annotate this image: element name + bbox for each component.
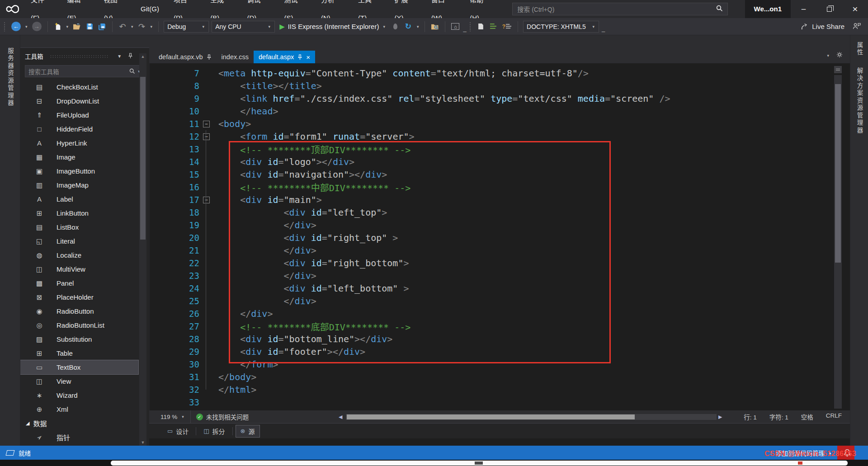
eol-indicator[interactable]: CRLF bbox=[826, 412, 842, 421]
horizontal-scrollbar-thumb[interactable] bbox=[347, 414, 635, 419]
toolbox-search-input[interactable]: 搜索工具箱 ▾ bbox=[25, 65, 145, 77]
find-in-files-button[interactable] bbox=[430, 21, 440, 33]
hot-reload-button[interactable] bbox=[391, 21, 401, 33]
code-line[interactable]: 10 </head> bbox=[150, 105, 850, 118]
back-dropdown-chevron-icon[interactable]: ▾ bbox=[24, 24, 28, 29]
toolbox-item[interactable]: ◱Literal bbox=[20, 234, 138, 248]
code-line[interactable]: 11−<body> bbox=[150, 118, 850, 130]
close-icon[interactable]: × bbox=[306, 54, 310, 61]
toolbox-item[interactable]: ALabel bbox=[20, 192, 138, 206]
document-health-indicator[interactable]: ✓ 未找到相关问题 bbox=[196, 412, 249, 421]
new-file-dropdown-chevron-icon[interactable]: ▾ bbox=[66, 24, 70, 29]
redo-button[interactable]: ↷ bbox=[137, 21, 147, 33]
toolbox-section-header[interactable]: ◢数据 bbox=[20, 416, 149, 430]
code-line[interactable]: 9 <link href="./css/index.css" rel="styl… bbox=[150, 92, 850, 105]
code-line[interactable]: 7<meta http-equiv="Content-Type" content… bbox=[150, 67, 850, 80]
toolbox-item[interactable]: ➢指针 bbox=[20, 430, 138, 444]
toolbox-scrollbar[interactable]: ▲ ▼ bbox=[139, 53, 146, 446]
view-tab-split[interactable]: ◫拆分 bbox=[199, 425, 229, 437]
editor-splitter-handle[interactable] bbox=[834, 66, 842, 73]
document-outline-button[interactable] bbox=[476, 21, 486, 33]
toolbox-item[interactable]: ◎RadioButtonList bbox=[20, 318, 138, 332]
code-line[interactable]: 31</body> bbox=[150, 371, 850, 383]
scroll-up-icon[interactable]: ▲ bbox=[139, 54, 146, 59]
editor-vertical-scrollbar[interactable] bbox=[834, 75, 842, 409]
refresh-dropdown-chevron-icon[interactable]: ▾ bbox=[416, 24, 420, 29]
toolbox-item[interactable]: ⊟DropDownList bbox=[20, 94, 138, 108]
horizontal-scrollbar-track[interactable] bbox=[346, 414, 717, 420]
toolbox-item[interactable]: ⊠PlaceHolder bbox=[20, 290, 138, 304]
toolbox-item[interactable]: ▤ListBox bbox=[20, 220, 138, 234]
open-file-button[interactable] bbox=[72, 21, 82, 33]
code-editor[interactable]: 7<meta http-equiv="Content-Type" content… bbox=[149, 63, 850, 410]
pin-icon[interactable] bbox=[127, 53, 134, 60]
minimize-button[interactable]: – bbox=[791, 0, 816, 18]
toolbox-item[interactable]: ⊞LinkButton bbox=[20, 206, 138, 220]
menu-item[interactable]: Git(G) bbox=[133, 0, 166, 18]
editor-options-gear-icon[interactable] bbox=[836, 52, 843, 60]
toolbox-item[interactable]: ▥ImageMap bbox=[20, 178, 138, 192]
restore-button[interactable] bbox=[816, 0, 842, 18]
toolbox-item[interactable]: ◉RadioButton bbox=[20, 304, 138, 318]
refresh-button[interactable]: ↻ bbox=[403, 21, 413, 33]
collapse-icon[interactable]: − bbox=[203, 121, 210, 127]
properties-tab[interactable]: 属性 bbox=[855, 42, 864, 56]
doctype-dropdown[interactable]: DOCTYPE: XHTML5▾ bbox=[523, 21, 599, 33]
undo-button[interactable]: ↶ bbox=[118, 21, 127, 33]
toolbox-item[interactable]: ▩Panel bbox=[20, 276, 138, 290]
format-document-button[interactable] bbox=[489, 21, 499, 33]
toolbox-drag-handle[interactable] bbox=[50, 55, 110, 58]
view-tab-source[interactable]: ⊗源 bbox=[236, 425, 260, 438]
send-feedback-button[interactable] bbox=[853, 23, 861, 31]
toolbar-grip[interactable] bbox=[469, 22, 472, 32]
pin-icon[interactable] bbox=[207, 54, 212, 60]
document-list-chevron-icon[interactable]: ▾ bbox=[826, 53, 830, 58]
toolbar-grip[interactable] bbox=[4, 22, 6, 32]
line-indicator[interactable]: 行: 1 bbox=[744, 412, 757, 421]
collapse-icon[interactable]: − bbox=[203, 197, 210, 203]
code-line[interactable]: 32</html> bbox=[150, 383, 850, 396]
document-tab[interactable]: index.css bbox=[217, 51, 254, 63]
collapse-icon[interactable]: − bbox=[203, 133, 210, 140]
toolbox-item[interactable]: ◍Localize bbox=[20, 248, 138, 262]
save-button[interactable] bbox=[85, 21, 94, 33]
scroll-left-icon[interactable]: ◀ bbox=[339, 414, 344, 420]
toolbox-item[interactable]: ▭TextBox bbox=[20, 360, 138, 374]
document-tab[interactable]: default.aspx× bbox=[254, 51, 315, 63]
toolbox-item[interactable]: ⇑FileUpload bbox=[20, 108, 138, 122]
view-tab-design[interactable]: ▭设计 bbox=[163, 425, 193, 437]
toolbox-scrollbar-thumb[interactable] bbox=[140, 77, 146, 240]
code-line[interactable]: 8 <title></title> bbox=[150, 80, 850, 92]
solution-platform-dropdown[interactable]: Any CPU▾ bbox=[212, 21, 275, 33]
toolbox-item[interactable]: ⊕Xml bbox=[20, 402, 138, 416]
toolbox-item[interactable]: ▨Substitution bbox=[20, 332, 138, 346]
toolbox-item[interactable]: ∗Wizard bbox=[20, 388, 138, 402]
scroll-down-icon[interactable]: ▼ bbox=[139, 440, 146, 445]
toolbox-item[interactable]: ◫MultiView bbox=[20, 262, 138, 276]
vertical-scrollbar-thumb[interactable] bbox=[835, 84, 841, 263]
char-indicator[interactable]: 字符: 1 bbox=[769, 412, 788, 421]
toolbox-window-menu-chevron-icon[interactable]: ▼ bbox=[116, 54, 123, 59]
space-mode-indicator[interactable]: 空格 bbox=[801, 412, 813, 421]
code-line[interactable]: 33 bbox=[150, 396, 850, 409]
quick-search-box[interactable]: 搜索 (Ctrl+Q) bbox=[512, 3, 727, 15]
pin-icon[interactable] bbox=[297, 54, 302, 60]
toolbox-item[interactable]: ▦Image bbox=[20, 150, 138, 164]
undo-dropdown-chevron-icon[interactable]: ▾ bbox=[130, 24, 134, 29]
format-selection-button[interactable]: ? bbox=[501, 21, 513, 33]
new-file-button[interactable] bbox=[53, 21, 63, 33]
document-tab[interactable]: default.aspx.vb bbox=[154, 51, 217, 63]
solution-configuration-dropdown[interactable]: Debug▾ bbox=[164, 21, 209, 33]
toolbox-item[interactable]: ⊞Table bbox=[20, 346, 138, 360]
browse-with-button[interactable]: ⌂ bbox=[450, 21, 460, 33]
solution-explorer-tab[interactable]: 解决方案资源管理器 bbox=[855, 67, 864, 135]
redo-dropdown-chevron-icon[interactable]: ▾ bbox=[150, 24, 154, 29]
zoom-dropdown[interactable]: 119 % ▾ bbox=[160, 414, 185, 420]
save-all-button[interactable] bbox=[97, 21, 107, 33]
server-explorer-tab[interactable]: 服务器资源管理器 bbox=[5, 47, 14, 446]
toolbox-item[interactable]: ▤CheckBoxList bbox=[20, 80, 138, 94]
toolbox-item[interactable]: ▣ImageButton bbox=[20, 164, 138, 178]
toolbar-overflow[interactable]: _ bbox=[602, 25, 605, 35]
start-debugging-button[interactable]: ▶ IIS Express (Internet Explorer) ▾ bbox=[278, 21, 388, 33]
navigate-back-button[interactable]: ← bbox=[10, 21, 22, 33]
